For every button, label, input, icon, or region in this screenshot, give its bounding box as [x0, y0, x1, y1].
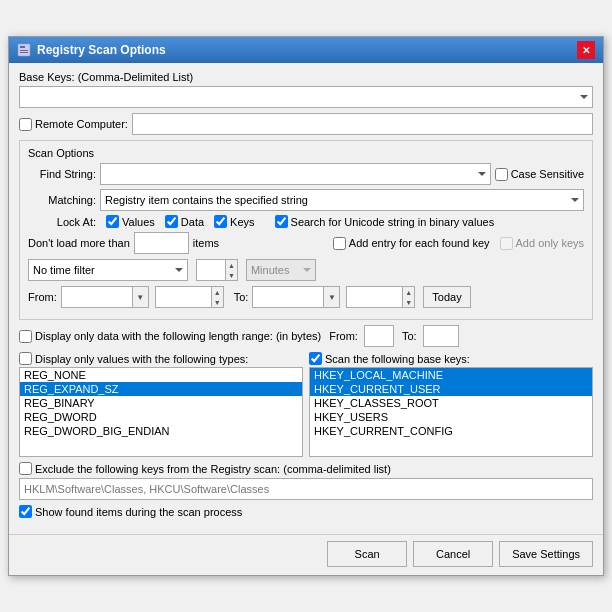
- dont-load-input[interactable]: 10000: [134, 232, 189, 254]
- from-date-input[interactable]: 28/02/2018: [62, 287, 132, 307]
- dont-load-suffix: items: [193, 237, 219, 249]
- add-only-keys-label[interactable]: Add only keys: [500, 237, 584, 250]
- data-checkbox[interactable]: [165, 215, 178, 228]
- values-checkbox-label[interactable]: Values: [106, 215, 155, 228]
- types-listbox-item[interactable]: REG_NONE: [20, 368, 302, 382]
- to-date-picker-btn[interactable]: ▼: [323, 287, 339, 307]
- base-keys-listbox-item[interactable]: HKEY_USERS: [310, 410, 592, 424]
- unicode-checkbox[interactable]: [275, 215, 288, 228]
- time-filter-row: No time filter 5 ▲ ▼ Minutes: [28, 259, 584, 281]
- base-keys-listbox-item[interactable]: HKEY_LOCAL_MACHINE: [310, 368, 592, 382]
- exclude-checkbox[interactable]: [19, 462, 32, 475]
- remote-computer-checkbox-label[interactable]: Remote Computer:: [19, 118, 128, 131]
- remote-computer-checkbox[interactable]: [19, 118, 32, 131]
- add-entry-checkbox[interactable]: [333, 237, 346, 250]
- time-filter-up-btn[interactable]: ▲: [226, 260, 237, 270]
- from-date-combo: 28/02/2018 ▼: [61, 286, 149, 308]
- to-time-down-btn[interactable]: ▼: [403, 297, 414, 307]
- matching-row: Matching: Registry item contains the spe…: [28, 189, 584, 211]
- matching-label: Matching:: [28, 194, 96, 206]
- close-button[interactable]: ✕: [577, 41, 595, 59]
- values-checkbox[interactable]: [106, 215, 119, 228]
- from-time-down-btn[interactable]: ▼: [212, 297, 223, 307]
- types-listbox[interactable]: REG_NONEREG_EXPAND_SZREG_BINARYREG_DWORD…: [19, 367, 303, 457]
- exclude-checkbox-label[interactable]: Exclude the following keys from the Regi…: [19, 462, 391, 475]
- to-time-input[interactable]: 17:28:23: [347, 287, 402, 307]
- base-keys-list-checkbox-label[interactable]: Scan the following base keys:: [309, 352, 470, 365]
- base-keys-listbox-item[interactable]: HKEY_CURRENT_CONFIG: [310, 424, 592, 438]
- case-sensitive-checkbox[interactable]: [495, 168, 508, 181]
- types-list-label-row: Display only values with the following t…: [19, 352, 303, 365]
- to-time-spinbox: 17:28:23 ▲ ▼: [346, 286, 415, 308]
- save-settings-button[interactable]: Save Settings: [499, 541, 593, 567]
- data-label: Data: [181, 216, 204, 228]
- data-checkbox-label[interactable]: Data: [165, 215, 204, 228]
- base-keys-list-checkbox[interactable]: [309, 352, 322, 365]
- time-filter-select[interactable]: No time filter: [28, 259, 188, 281]
- keys-checkbox[interactable]: [214, 215, 227, 228]
- exclude-input[interactable]: [19, 478, 593, 500]
- types-listbox-item[interactable]: REG_DWORD_BIG_ENDIAN: [20, 424, 302, 438]
- time-filter-down-btn[interactable]: ▼: [226, 270, 237, 280]
- remote-computer-row: Remote Computer:: [19, 113, 593, 135]
- types-checkbox-label[interactable]: Display only values with the following t…: [19, 352, 248, 365]
- length-range-label: Display only data with the following len…: [35, 330, 321, 342]
- from-to-row: From: 28/02/2018 ▼ 16:28:23 ▲ ▼ To: 28/0…: [28, 286, 584, 308]
- find-string-label: Find String:: [28, 168, 96, 180]
- keys-checkbox-label[interactable]: Keys: [214, 215, 254, 228]
- dont-load-label: Don't load more than: [28, 237, 130, 249]
- matching-select[interactable]: Registry item contains the specified str…: [100, 189, 584, 211]
- time-unit-select[interactable]: Minutes: [246, 259, 316, 281]
- time-filter-number-spinbox: 5 ▲ ▼: [196, 259, 238, 281]
- case-sensitive-label[interactable]: Case Sensitive: [495, 168, 584, 181]
- length-range-row: Display only data with the following len…: [19, 325, 593, 347]
- lists-row: Display only values with the following t…: [19, 352, 593, 457]
- base-keys-input[interactable]: [19, 86, 593, 108]
- cancel-button[interactable]: Cancel: [413, 541, 493, 567]
- from-time-up-btn[interactable]: ▲: [212, 287, 223, 297]
- length-range-checkbox-label[interactable]: Display only data with the following len…: [19, 330, 321, 343]
- unicode-checkbox-label[interactable]: Search for Unicode string in binary valu…: [275, 215, 495, 228]
- base-keys-listbox[interactable]: HKEY_LOCAL_MACHINEHKEY_CURRENT_USERHKEY_…: [309, 367, 593, 457]
- base-keys-listbox-item[interactable]: HKEY_CLASSES_ROOT: [310, 396, 592, 410]
- show-found-label: Show found items during the scan process: [35, 506, 242, 518]
- base-keys-list-label-row: Scan the following base keys:: [309, 352, 593, 365]
- types-listbox-item[interactable]: REG_BINARY: [20, 396, 302, 410]
- types-list-box: Display only values with the following t…: [19, 352, 303, 457]
- find-string-select[interactable]: [100, 163, 491, 185]
- add-entry-label[interactable]: Add entry for each found key: [333, 237, 490, 250]
- remote-computer-input[interactable]: [132, 113, 593, 135]
- from-time-spinbox: 16:28:23 ▲ ▼: [155, 286, 224, 308]
- dont-load-row: Don't load more than 10000 items Add ent…: [28, 232, 584, 254]
- show-found-checkbox[interactable]: [19, 505, 32, 518]
- add-only-keys-checkbox[interactable]: [500, 237, 513, 250]
- types-label: Display only values with the following t…: [35, 353, 248, 365]
- base-keys-label: Base Keys: (Comma-Delimited List): [19, 71, 593, 83]
- add-entry-text: Add entry for each found key: [349, 237, 490, 249]
- length-to-label: To:: [402, 330, 417, 342]
- from-time-input[interactable]: 16:28:23: [156, 287, 211, 307]
- keys-label: Keys: [230, 216, 254, 228]
- dialog-body: Base Keys: (Comma-Delimited List) Remote…: [9, 63, 603, 534]
- to-date-input[interactable]: 28/02/2018: [253, 287, 323, 307]
- from-date-picker-btn[interactable]: ▼: [132, 287, 148, 307]
- svg-rect-2: [20, 50, 28, 51]
- base-keys-listbox-item[interactable]: HKEY_CURRENT_USER: [310, 382, 592, 396]
- time-filter-number-input[interactable]: 5: [197, 260, 225, 280]
- types-listbox-item[interactable]: REG_DWORD: [20, 410, 302, 424]
- length-from-label: From:: [329, 330, 358, 342]
- dialog-title: Registry Scan Options: [37, 43, 166, 57]
- length-from-input[interactable]: 0: [364, 325, 394, 347]
- scan-button[interactable]: Scan: [327, 541, 407, 567]
- dialog-window: Registry Scan Options ✕ Base Keys: (Comm…: [8, 36, 604, 576]
- show-found-checkbox-label[interactable]: Show found items during the scan process: [19, 505, 242, 518]
- show-found-row: Show found items during the scan process: [19, 505, 593, 518]
- values-label: Values: [122, 216, 155, 228]
- add-only-keys-text: Add only keys: [516, 237, 584, 249]
- length-to-input[interactable]: 100: [423, 325, 459, 347]
- today-button[interactable]: Today: [423, 286, 470, 308]
- types-checkbox[interactable]: [19, 352, 32, 365]
- to-time-up-btn[interactable]: ▲: [403, 287, 414, 297]
- length-range-checkbox[interactable]: [19, 330, 32, 343]
- types-listbox-item[interactable]: REG_EXPAND_SZ: [20, 382, 302, 396]
